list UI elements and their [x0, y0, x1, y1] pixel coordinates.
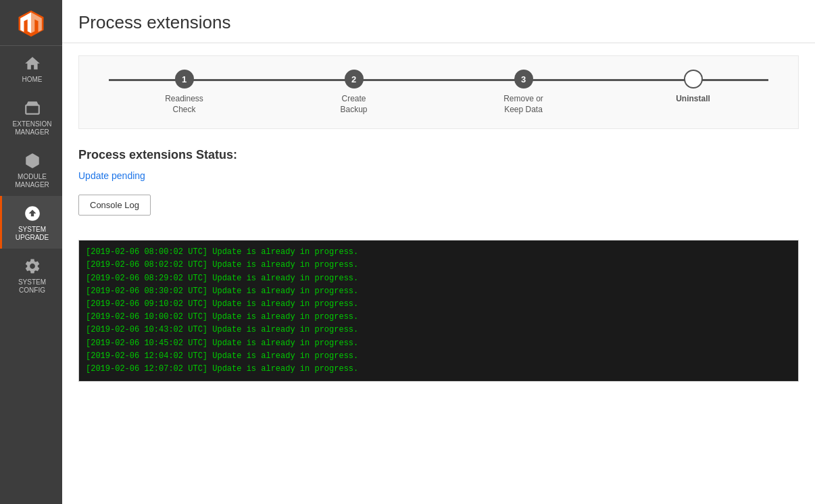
status-heading: Process extensions Status: [78, 148, 799, 162]
sidebar-item-system-upgrade-label: SYSTEM UPGRADE [5, 226, 59, 242]
console-log-button[interactable]: Console Log [78, 195, 151, 216]
step-4-circle [684, 70, 703, 89]
page-title: Process extensions [78, 12, 799, 33]
page-header: Process extensions [62, 0, 815, 43]
stepper-section: 1 ReadinessCheck 2 CreateBackup 3 Remove… [78, 55, 799, 129]
step-3: 3 Remove orKeep Data [439, 70, 608, 115]
step-3-circle: 3 [514, 70, 533, 89]
step-2-label: CreateBackup [340, 94, 367, 115]
home-icon [23, 54, 42, 73]
sidebar-item-system-config[interactable]: SYSTEM CONFIG [0, 249, 62, 301]
sidebar-item-extension-manager[interactable]: EXTENSION MANAGER [0, 91, 62, 143]
cube-icon [23, 151, 42, 170]
magento-logo-icon [16, 8, 46, 38]
console-line: [2019-02-06 09:10:02 UTC] Update is alre… [86, 298, 791, 311]
console-line: [2019-02-06 08:00:02 UTC] Update is alre… [86, 246, 791, 259]
console-line: [2019-02-06 12:07:02 UTC] Update is alre… [86, 363, 791, 376]
console-line: [2019-02-06 10:00:02 UTC] Update is alre… [86, 311, 791, 324]
step-1-label: ReadinessCheck [165, 94, 203, 115]
step-4: Uninstall [608, 70, 778, 105]
console-line: [2019-02-06 08:30:02 UTC] Update is alre… [86, 285, 791, 298]
sidebar-item-home[interactable]: HOME [0, 46, 62, 91]
arrow-up-icon [23, 204, 42, 223]
box-icon [23, 99, 42, 118]
sidebar-item-system-config-label: SYSTEM CONFIG [5, 278, 59, 295]
sidebar-item-module-manager-label: MODULE MANAGER [5, 173, 59, 189]
sidebar-item-system-upgrade[interactable]: SYSTEM UPGRADE [0, 196, 62, 249]
sidebar-item-module-manager[interactable]: MODULE MANAGER [0, 143, 62, 196]
step-4-label: Uninstall [676, 94, 710, 105]
step-2-circle: 2 [345, 70, 364, 89]
console-area[interactable]: [2019-02-06 08:00:02 UTC] Update is alre… [78, 240, 799, 382]
gear-icon [23, 257, 42, 276]
status-text: Update pending [78, 170, 799, 181]
console-line: [2019-02-06 12:04:02 UTC] Update is alre… [86, 350, 791, 363]
step-2: 2 CreateBackup [269, 70, 439, 115]
content-area: Process extensions Status: Update pendin… [62, 141, 815, 240]
sidebar-item-home-label: HOME [22, 76, 43, 84]
console-line: [2019-02-06 08:29:02 UTC] Update is alre… [86, 272, 791, 285]
console-line: [2019-02-06 08:02:02 UTC] Update is alre… [86, 259, 791, 272]
sidebar-logo [0, 0, 62, 46]
sidebar-item-extension-manager-label: EXTENSION MANAGER [5, 120, 59, 136]
console-line: [2019-02-06 10:43:02 UTC] Update is alre… [86, 324, 791, 336]
step-1-circle: 1 [175, 70, 194, 89]
console-line: [2019-02-06 10:45:02 UTC] Update is alre… [86, 337, 791, 350]
console-inner: [2019-02-06 08:00:02 UTC] Update is alre… [79, 241, 798, 381]
sidebar: HOME EXTENSION MANAGER MODULE MANAGER SY… [0, 0, 62, 504]
main-content: Process extensions 1 ReadinessCheck 2 Cr… [62, 0, 815, 504]
step-3-label: Remove orKeep Data [503, 94, 543, 115]
step-1: 1 ReadinessCheck [99, 70, 269, 115]
stepper: 1 ReadinessCheck 2 CreateBackup 3 Remove… [99, 70, 778, 115]
